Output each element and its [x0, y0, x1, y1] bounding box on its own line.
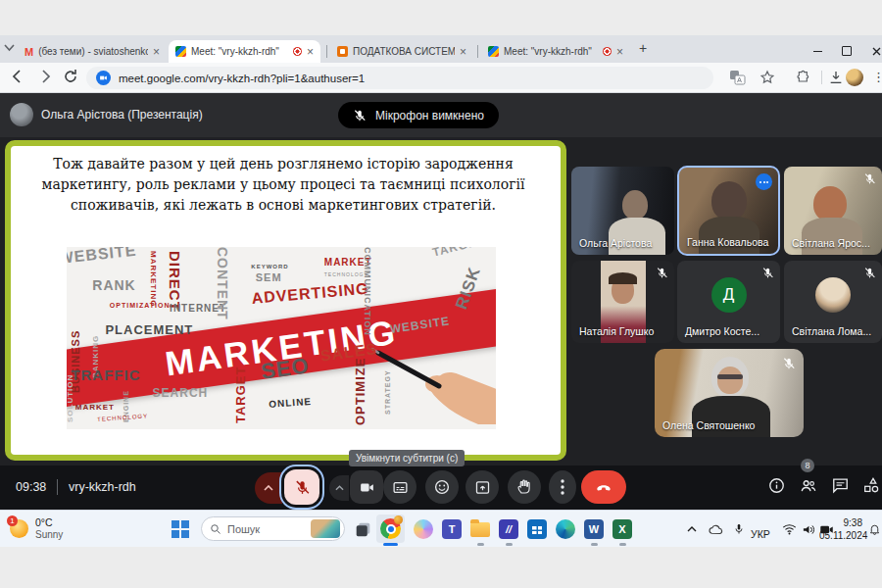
chrome-taskbar-button[interactable] — [376, 514, 405, 543]
more-dots-icon — [561, 479, 564, 495]
weather-temp: 0°C — [35, 516, 53, 528]
search-highlight-image — [311, 519, 340, 538]
tab-meet-active[interactable]: Meet: "vry-kkzh-rdh" × — [169, 40, 320, 63]
word-button[interactable]: W — [582, 517, 606, 541]
url-field[interactable]: meet.google.com/vry-kkzh-rdh?pli=1&authu… — [86, 67, 713, 89]
task-view-button[interactable] — [351, 517, 374, 541]
store-button[interactable] — [525, 517, 549, 541]
tab-search-chevron-icon[interactable] — [4, 44, 15, 52]
camera-options-chevron[interactable] — [329, 475, 349, 501]
store-icon — [527, 519, 547, 539]
extensions-icon[interactable] — [796, 70, 811, 85]
people-icon[interactable] — [799, 476, 818, 495]
participant-tile[interactable]: Д Дмитро Косте... — [677, 261, 780, 343]
more-options-button[interactable] — [549, 470, 576, 504]
mic-tray-icon[interactable] — [727, 517, 751, 541]
tab-close-icon[interactable]: × — [307, 46, 314, 58]
captions-icon — [392, 479, 409, 496]
taskbar-search[interactable]: Пошук — [201, 516, 345, 541]
profile-avatar[interactable] — [846, 69, 863, 86]
medoc-app-button[interactable]: // — [497, 517, 520, 541]
word-icon: W — [584, 519, 604, 539]
weather-widget[interactable]: 1 — [10, 519, 28, 538]
participant-tile-selected[interactable]: Ганна Ковальова — [677, 166, 780, 256]
chrome-menu-icon[interactable]: ⋮ — [872, 70, 882, 84]
captions-button[interactable] — [383, 470, 416, 504]
participant-tile[interactable]: Ольга Арістова — [571, 167, 674, 255]
chat-icon[interactable] — [831, 476, 850, 495]
forward-icon[interactable] — [37, 69, 53, 84]
reactions-button[interactable] — [425, 470, 459, 504]
mic-off-icon — [294, 479, 311, 496]
onedrive-tray-icon[interactable] — [704, 517, 727, 541]
participant-video — [813, 186, 847, 221]
tab-close-icon[interactable]: × — [616, 46, 623, 58]
reload-icon[interactable] — [63, 69, 78, 84]
download-icon[interactable] — [828, 70, 844, 85]
desktop-bottom-margin — [0, 547, 882, 588]
window-close-button[interactable] — [866, 41, 882, 61]
tab-divider — [326, 45, 327, 58]
mic-off-icon — [656, 267, 668, 279]
participant-tile[interactable]: Світлана Ярос... — [784, 167, 882, 255]
marketing-wordcloud-image: MARKETING WEBSITERANKOPTIMIZATIONMARKETI… — [67, 247, 496, 429]
camera-icon — [359, 479, 375, 496]
mic-off-icon — [353, 109, 367, 122]
notifications-button[interactable] — [862, 517, 882, 541]
bookmark-star-icon[interactable] — [760, 70, 775, 85]
running-indicator — [383, 543, 398, 546]
tab-meet-2[interactable]: Meet: "vry-kkzh-rdh" × — [481, 40, 630, 63]
window-minimize-button[interactable] — [808, 41, 827, 61]
translate-icon[interactable] — [730, 71, 746, 85]
tab-close-icon[interactable]: × — [460, 46, 466, 58]
start-button[interactable] — [169, 517, 192, 541]
hangup-icon — [594, 477, 613, 497]
cloud-icon — [708, 523, 724, 535]
tab-label: Meet: "vry-kkzh-rdh" — [504, 46, 598, 57]
tab-gmail[interactable]: M (без теми) - sviatoshenko@rfk × — [18, 40, 167, 63]
new-tab-button[interactable]: + — [639, 40, 647, 56]
raise-hand-button[interactable] — [508, 470, 541, 504]
wifi-icon — [782, 523, 797, 535]
edge-button[interactable] — [554, 517, 577, 541]
tab-close-icon[interactable]: × — [153, 46, 160, 58]
participant-video — [711, 181, 747, 220]
leave-call-button[interactable] — [581, 470, 626, 504]
copilot-button[interactable] — [412, 517, 435, 541]
wordcloud-word: SEARCH — [153, 387, 209, 399]
back-icon[interactable] — [10, 69, 25, 84]
mic-toggle-button[interactable] — [284, 469, 319, 505]
tray-expand-button[interactable] — [680, 517, 704, 541]
tray-date: 05.11.2024 — [819, 529, 862, 542]
file-explorer-button[interactable] — [468, 517, 492, 541]
tray-clock[interactable]: 9:38 05.11.2024 — [819, 516, 862, 542]
running-indicator — [619, 543, 626, 546]
participant-tile[interactable]: Світлана Лома... — [784, 261, 882, 343]
tab-tax-system[interactable]: ПОДАТКОВА СИСТЕМА ЕПД/ × — [330, 40, 473, 63]
gmail-icon: M — [24, 46, 33, 58]
captions-tooltip: Увімкнути субтитри (c) — [349, 450, 465, 466]
language-indicator[interactable]: УКР — [751, 524, 770, 542]
tab-divider — [477, 45, 478, 58]
participant-tile[interactable]: Олена Святошенко — [655, 349, 804, 437]
excel-button[interactable]: X — [611, 517, 634, 541]
mic-off-icon — [761, 267, 774, 279]
wordcloud-word: SEM — [256, 272, 282, 283]
presentation-slide: Тож давайте разом у цей день розглянемо … — [5, 140, 566, 461]
wordcloud-word: PLACEMENT — [105, 323, 193, 336]
participant-name: Ганна Ковальова — [687, 236, 768, 248]
camera-toggle-button[interactable] — [350, 470, 383, 504]
mic-muted-pill[interactable]: Мікрофон вимкнено — [338, 102, 499, 128]
teams-button[interactable]: T — [440, 517, 464, 541]
mic-options-chevron[interactable] — [255, 472, 282, 504]
smiley-icon — [433, 478, 451, 496]
tax-system-icon — [337, 46, 348, 57]
present-button[interactable] — [466, 470, 499, 504]
activities-icon[interactable] — [861, 476, 881, 495]
tile-options-menu-icon[interactable] — [756, 173, 772, 190]
meeting-details-icon[interactable] — [767, 476, 786, 495]
weather-sun-icon: 1 — [10, 519, 28, 538]
window-restore-button[interactable] — [837, 41, 857, 61]
participant-tile[interactable]: Наталія Глушко — [571, 261, 674, 343]
wordcloud-word: MARKET — [75, 404, 115, 412]
